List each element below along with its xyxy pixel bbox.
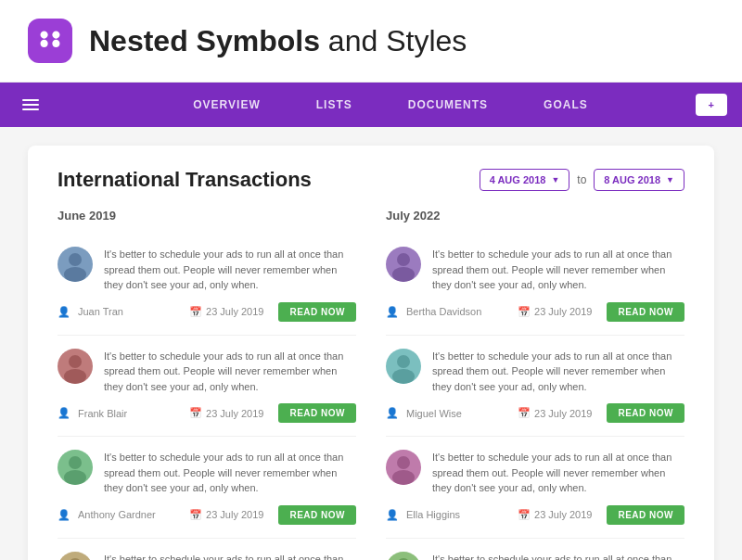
nav-item-documents[interactable]: DOCUMENTS: [408, 85, 488, 124]
date-range: 4 AUG 2018 ▼ to 8 AUG 2018 ▼: [480, 169, 684, 191]
nav-item-overview[interactable]: OVERVIEW: [193, 85, 260, 124]
list-item: It's better to schedule your ads to run …: [58, 539, 356, 561]
article-text: It's better to schedule your ads to run …: [104, 450, 356, 496]
svg-point-9: [392, 267, 415, 282]
svg-point-4: [69, 456, 82, 469]
article-date: 📅 23 July 2019: [518, 509, 592, 521]
column-left: June 2019 It's better to schedule your a…: [58, 209, 356, 560]
svg-point-11: [392, 369, 415, 384]
page-title: Nested Symbols and Styles: [89, 24, 467, 58]
avatar: [386, 349, 421, 384]
list-item: It's better to schedule your ads to run …: [386, 437, 684, 539]
read-now-button[interactable]: READ NOW: [607, 302, 684, 322]
author-name: Bertha Davidson: [406, 306, 510, 317]
user-icon: 👤: [58, 407, 70, 419]
calendar-icon: 📅: [189, 407, 202, 419]
app-logo: [28, 19, 72, 63]
avatar: [58, 349, 93, 384]
calendar-icon: 📅: [518, 407, 531, 419]
article-date: 📅 23 July 2019: [189, 306, 263, 318]
nav-action-button[interactable]: +: [696, 94, 727, 116]
avatar: [58, 552, 93, 561]
nav-items: OVERVIEW LISTS DOCUMENTS GOALS: [61, 85, 720, 124]
date-from-picker[interactable]: 4 AUG 2018 ▼: [480, 169, 570, 191]
calendar-icon: 📅: [518, 306, 531, 318]
article-meta: 👤 Bertha Davidson 📅 23 July 2019 READ NO…: [386, 302, 684, 322]
avatar: [58, 247, 93, 282]
article-date: 📅 23 July 2019: [518, 407, 592, 419]
column-left-label: June 2019: [58, 209, 356, 223]
svg-point-3: [64, 369, 86, 384]
read-now-button[interactable]: READ NOW: [278, 505, 356, 525]
user-icon: 👤: [58, 306, 70, 318]
calendar-icon: 📅: [189, 509, 202, 521]
section-header: International Transactions 4 AUG 2018 ▼ …: [58, 168, 684, 192]
read-now-button[interactable]: READ NOW: [607, 403, 684, 423]
avatar: [58, 450, 93, 485]
article-text: It's better to schedule your ads to run …: [104, 552, 356, 561]
date-to-label: to: [577, 173, 586, 186]
article-meta: 👤 Ella Higgins 📅 23 July 2019 READ NOW: [386, 505, 684, 525]
read-now-button[interactable]: READ NOW: [278, 302, 356, 322]
author-name: Anthony Gardner: [78, 509, 182, 520]
nav-item-lists[interactable]: LISTS: [316, 85, 352, 124]
article-meta: 👤 Frank Blair 📅 23 July 2019 READ NOW: [58, 403, 356, 423]
user-icon: 👤: [58, 509, 70, 521]
article-date: 📅 23 July 2019: [189, 509, 263, 521]
svg-point-8: [397, 253, 410, 266]
calendar-icon: 📅: [518, 509, 531, 521]
hamburger-menu[interactable]: [22, 99, 39, 110]
avatar: [386, 247, 421, 282]
date-to-picker[interactable]: 8 AUG 2018 ▼: [594, 169, 684, 191]
article-text: It's better to schedule your ads to run …: [432, 247, 684, 293]
svg-point-10: [397, 355, 410, 368]
avatar: [386, 552, 421, 561]
user-icon: 👤: [386, 306, 399, 318]
svg-point-12: [397, 456, 410, 469]
article-date: 📅 23 July 2019: [189, 407, 263, 419]
articles-columns: June 2019 It's better to schedule your a…: [58, 209, 684, 560]
list-item: It's better to schedule your ads to run …: [386, 336, 684, 438]
app-header: Nested Symbols and Styles: [0, 0, 742, 83]
list-item: It's better to schedule your ads to run …: [58, 336, 356, 438]
svg-point-0: [69, 253, 82, 266]
nav-bar: OVERVIEW LISTS DOCUMENTS GOALS +: [0, 83, 742, 127]
main-content: International Transactions 4 AUG 2018 ▼ …: [28, 146, 714, 560]
column-right: July 2022 It's better to schedule your a…: [386, 209, 684, 560]
author-name: Miguel Wise: [406, 408, 510, 419]
author-name: Juan Tran: [78, 306, 182, 317]
article-text: It's better to schedule your ads to run …: [432, 349, 684, 395]
list-item: It's better to schedule your ads to run …: [386, 234, 684, 336]
avatar: [386, 450, 421, 485]
svg-point-2: [69, 355, 82, 368]
article-text: It's better to schedule your ads to run …: [104, 247, 356, 293]
article-meta: 👤 Miguel Wise 📅 23 July 2019 READ NOW: [386, 403, 684, 423]
article-date: 📅 23 July 2019: [518, 306, 592, 318]
article-text: It's better to schedule your ads to run …: [104, 349, 356, 395]
article-text: It's better to schedule your ads to run …: [432, 450, 684, 496]
svg-point-1: [64, 267, 86, 282]
list-item: It's better to schedule your ads to run …: [386, 539, 684, 561]
read-now-button[interactable]: READ NOW: [607, 505, 684, 525]
user-icon: 👤: [386, 509, 399, 521]
article-meta: 👤 Anthony Gardner 📅 23 July 2019 READ NO…: [58, 505, 356, 525]
svg-point-13: [392, 470, 415, 485]
author-name: Frank Blair: [78, 408, 182, 419]
article-meta: 👤 Juan Tran 📅 23 July 2019 READ NOW: [58, 302, 356, 322]
article-text: It's better to schedule your ads to run …: [432, 552, 684, 561]
chevron-down-icon: ▼: [551, 175, 559, 185]
nav-item-goals[interactable]: GOALS: [544, 85, 588, 124]
svg-point-5: [64, 470, 86, 485]
chevron-down-icon-2: ▼: [666, 175, 674, 185]
section-title: International Transactions: [58, 168, 312, 192]
list-item: It's better to schedule your ads to run …: [58, 234, 356, 336]
column-right-label: July 2022: [386, 209, 684, 223]
read-now-button[interactable]: READ NOW: [278, 403, 356, 423]
list-item: It's better to schedule your ads to run …: [58, 437, 356, 539]
calendar-icon: 📅: [189, 306, 202, 318]
author-name: Ella Higgins: [406, 509, 510, 520]
user-icon: 👤: [386, 407, 399, 419]
